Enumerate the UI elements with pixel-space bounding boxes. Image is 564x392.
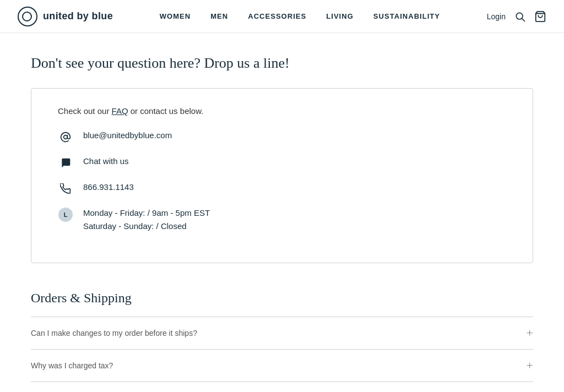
- phone-icon: [60, 183, 71, 194]
- faq-toggle-2: +: [527, 360, 533, 372]
- page-title: Don't see your question here? Drop us a …: [31, 55, 533, 72]
- nav-sustainability[interactable]: SUSTAINABILITY: [373, 12, 440, 20]
- contact-chat[interactable]: Chat with us: [83, 155, 129, 168]
- nav-men[interactable]: MEN: [210, 12, 228, 20]
- hours-weekend: Saturday - Sunday: / Closed: [83, 220, 210, 233]
- site-header: united by blue WOMEN MEN ACCESSORIES LIV…: [0, 0, 564, 33]
- faq-item-1[interactable]: Can I make changes to my order before it…: [31, 317, 533, 350]
- cart-button[interactable]: [534, 10, 546, 23]
- email-icon-wrapper: [58, 129, 73, 145]
- faq-link[interactable]: FAQ: [112, 106, 128, 116]
- contact-phone-row: 866.931.1143: [58, 181, 506, 197]
- faq-question-2: Why was I charged tax?: [31, 361, 113, 370]
- contact-intro: Check out our FAQ or contact us below.: [58, 106, 506, 116]
- nav-accessories[interactable]: ACCESSORIES: [248, 12, 306, 20]
- header-actions: Login: [487, 10, 546, 23]
- clock-icon-wrapper: L: [58, 207, 73, 222]
- search-button[interactable]: [514, 11, 525, 22]
- contact-box: Check out our FAQ or contact us below. b…: [31, 88, 533, 263]
- chat-icon-wrapper: [58, 155, 73, 171]
- nav-living[interactable]: LIVING: [326, 12, 354, 20]
- email-icon: [60, 132, 71, 143]
- faq-section-title: Orders & Shipping: [31, 291, 533, 306]
- nav-women[interactable]: WOMEN: [160, 12, 191, 20]
- search-icon: [514, 11, 525, 22]
- main-content: Don't see your question here? Drop us a …: [18, 33, 546, 392]
- contact-hours: Monday - Friday: / 9am - 5pm EST Saturda…: [83, 206, 210, 233]
- faq-item-2[interactable]: Why was I charged tax? +: [31, 350, 533, 382]
- contact-hours-row: L Monday - Friday: / 9am - 5pm EST Satur…: [58, 206, 506, 233]
- clock-icon: L: [58, 208, 73, 222]
- svg-point-3: [64, 135, 68, 139]
- hours-weekday: Monday - Friday: / 9am - 5pm EST: [83, 206, 210, 220]
- cart-icon: [534, 10, 546, 23]
- contact-chat-row: Chat with us: [58, 155, 506, 171]
- site-logo[interactable]: united by blue: [18, 7, 113, 26]
- logo-icon: [18, 7, 37, 26]
- faq-toggle-1: +: [527, 327, 533, 339]
- main-nav: WOMEN MEN ACCESSORIES LIVING SUSTAINABIL…: [160, 12, 440, 20]
- svg-line-1: [522, 18, 525, 21]
- phone-icon-wrapper: [58, 181, 73, 197]
- logo-text: united by blue: [43, 10, 113, 22]
- chat-icon: [60, 157, 71, 168]
- faq-question-1: Can I make changes to my order before it…: [31, 329, 197, 337]
- login-link[interactable]: Login: [487, 12, 506, 21]
- contact-email-row: blue@unitedbyblue.com: [58, 129, 506, 145]
- faq-section: Orders & Shipping Can I make changes to …: [31, 291, 533, 392]
- contact-phone: 866.931.1143: [83, 181, 134, 194]
- faq-item-3[interactable]: Why isn't my payment going through? +: [31, 382, 533, 392]
- contact-email[interactable]: blue@unitedbyblue.com: [83, 129, 172, 142]
